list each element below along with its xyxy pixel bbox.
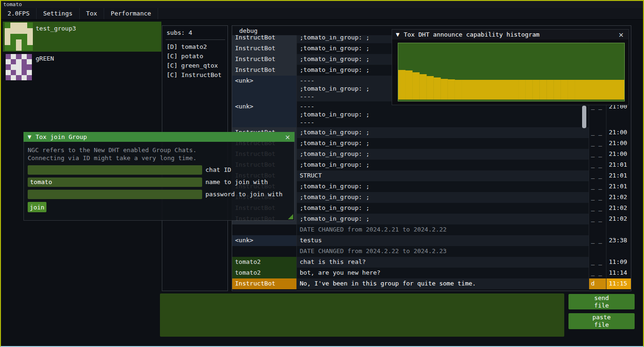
- chat-row-status: _ _: [589, 127, 606, 138]
- join-input-label: password to join with: [205, 190, 282, 199]
- chat-row-time: 21:01: [606, 160, 631, 170]
- join-info-line1: NGC refers to the New DHT enabled Group …: [28, 146, 290, 154]
- chat-row-time: 11:15: [606, 278, 631, 289]
- chat-row-message: chat is this real?: [296, 257, 589, 268]
- window-title: tomato: [3, 1, 22, 8]
- menu-item-settings[interactable]: Settings: [37, 8, 80, 19]
- chat-row-author: InstructBot: [232, 278, 296, 289]
- chat-row-status: [589, 224, 606, 235]
- menu-item-performance[interactable]: Performance: [104, 8, 158, 19]
- chat-row-author: <unk>: [232, 76, 296, 101]
- chat-row-time: 23:38: [606, 235, 631, 246]
- chat-row-status: _ _: [589, 138, 606, 149]
- chat-row-time: 21:02: [606, 203, 631, 214]
- chat-row-status: _ _: [589, 192, 606, 203]
- chat-row-message: bot, are you new here?: [296, 268, 589, 278]
- menu-bar: 2.0FPSSettingsToxPerformance: [1, 8, 643, 20]
- chat-row[interactable]: InstructBotNo, I've been in this group f…: [232, 278, 631, 289]
- resize-grip-icon[interactable]: [288, 214, 293, 219]
- chat-row-time: 21:02: [606, 192, 631, 203]
- chat-row-status: _ _: [589, 181, 606, 192]
- message-input[interactable]: [160, 293, 564, 337]
- collapse-arrow-icon[interactable]: ▼: [28, 134, 31, 139]
- member-item[interactable]: [C] green_qtox: [167, 61, 227, 70]
- contact-test-group3[interactable]: test_group3: [3, 22, 161, 52]
- dht-histogram-titlebar[interactable]: ▼ Tox DHT announce capability histogram …: [392, 29, 629, 39]
- paste-file-button[interactable]: paste file: [568, 313, 635, 329]
- chat-row-message: ---- ;tomato_in_group: ; ----: [296, 101, 589, 127]
- dht-histogram-body: [392, 39, 629, 105]
- member-item[interactable]: [C] InstructBot: [167, 70, 227, 80]
- group-avatar-test-group3: [5, 23, 33, 51]
- chat-row-author: <unk>: [232, 101, 296, 127]
- chat-row-time: 21:00: [606, 127, 631, 138]
- chat-row-status: d: [589, 278, 606, 289]
- contact-name: gREEN: [36, 55, 54, 62]
- chat-row-time: [606, 246, 631, 257]
- chat-row[interactable]: <unk>testus_ _23:38: [232, 235, 631, 246]
- chat-row-message: DATE CHANGED from 2024.2.21 to 2024.2.22: [296, 224, 589, 235]
- member-item[interactable]: [D] tomato2: [167, 42, 227, 52]
- join-input[interactable]: [28, 165, 202, 175]
- dht-histogram-window: ▼ Tox DHT announce capability histogram …: [392, 29, 629, 105]
- chat-row[interactable]: DATE CHANGED from 2024.2.22 to 2024.2.23: [232, 246, 631, 257]
- chat-row-time: 21:01: [606, 181, 631, 192]
- subs-count: subs: 4: [167, 29, 227, 36]
- join-group-window: ▼ Tox join Group × NGC refers to the New…: [23, 132, 295, 221]
- members-separator: [166, 39, 225, 40]
- chat-row-time: 21:00: [606, 149, 631, 160]
- collapse-arrow-icon[interactable]: ▼: [396, 32, 400, 37]
- chat-row[interactable]: <unk>---- ;tomato_in_group: ; ----_ _21:…: [232, 101, 631, 127]
- chat-row-status: _ _: [589, 101, 606, 127]
- chat-row-status: _ _: [589, 268, 606, 278]
- chat-row[interactable]: tomato2bot, are you new here?_ _11:14: [232, 268, 631, 278]
- contact-green[interactable]: gREEN: [3, 53, 161, 82]
- join-button[interactable]: join: [28, 202, 46, 212]
- join-info-line2: Connecting via ID might take a very long…: [28, 154, 290, 162]
- join-group-title: Tox join Group: [36, 133, 87, 140]
- histogram-plot[interactable]: [398, 43, 625, 101]
- chat-row-author: InstructBot: [232, 35, 296, 43]
- chat-row-author: [232, 246, 296, 257]
- chat-row-status: _ _: [589, 257, 606, 268]
- chat-row-message: ;tomato_in_group: ;: [296, 138, 589, 149]
- window-titlebar[interactable]: tomato: [1, 1, 643, 8]
- chat-row[interactable]: DATE CHANGED from 2024.2.21 to 2024.2.22: [232, 224, 631, 235]
- join-input-label: chat ID: [205, 165, 231, 175]
- chat-row[interactable]: tomato2chat is this real?_ _11:09: [232, 257, 631, 268]
- chat-row-time: 11:14: [606, 268, 631, 278]
- chat-row-message: ;tomato_in_group: ;: [296, 203, 589, 214]
- chat-scrollbar-thumb[interactable]: [582, 106, 586, 128]
- chat-row-time: 21:02: [606, 214, 631, 224]
- member-item[interactable]: [C] potato: [167, 52, 227, 61]
- chat-row-time: 11:09: [606, 257, 631, 268]
- chat-row-author: InstructBot: [232, 54, 296, 65]
- join-input[interactable]: tomato: [28, 177, 202, 187]
- menu-item-2-0fps[interactable]: 2.0FPS: [1, 8, 37, 19]
- contact-name: test_group3: [36, 25, 76, 32]
- chat-row-author: [232, 224, 296, 235]
- chat-row-time: [606, 224, 631, 235]
- chat-row-message: ;tomato_in_group: ;: [296, 149, 589, 160]
- chat-row-status: _ _: [589, 203, 606, 214]
- join-input[interactable]: [28, 190, 202, 199]
- chat-row-author: tomato2: [232, 257, 296, 268]
- chat-row-message: No, I've been in this group for quite so…: [296, 278, 589, 289]
- join-group-titlebar[interactable]: ▼ Tox join Group ×: [23, 132, 295, 142]
- chat-row-message: ;tomato_in_group: ;: [296, 127, 589, 138]
- chat-row-status: _ _: [589, 149, 606, 160]
- chat-row-author: <unk>: [232, 235, 296, 246]
- chat-row-status: _ _: [589, 160, 606, 170]
- chat-row-message: DATE CHANGED from 2024.2.22 to 2024.2.23: [296, 246, 589, 257]
- chat-row-time: 21:00: [606, 138, 631, 149]
- menu-item-tox[interactable]: Tox: [80, 8, 104, 19]
- send-file-button[interactable]: send file: [568, 294, 635, 309]
- chat-row-message: testus: [296, 235, 589, 246]
- chat-row-message: ;tomato_in_group: ;: [296, 160, 589, 170]
- close-icon[interactable]: ×: [618, 31, 624, 39]
- chat-row-message: ;tomato_in_group: ;: [296, 192, 589, 203]
- chat-row-author: tomato2: [232, 268, 296, 278]
- close-icon[interactable]: ×: [285, 133, 290, 141]
- chat-row-author: InstructBot: [232, 65, 296, 76]
- dht-histogram-title: Tox DHT announce capability histogram: [404, 31, 540, 38]
